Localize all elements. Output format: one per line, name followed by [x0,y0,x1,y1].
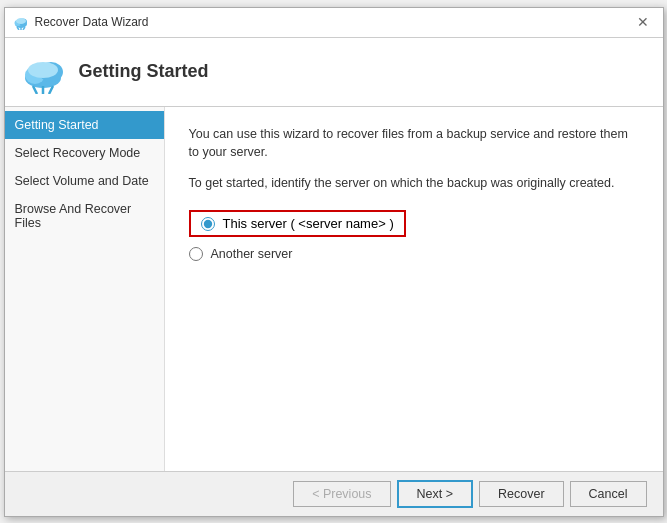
this-server-label: This server ( <server name> ) [223,216,394,231]
wizard-footer: < Previous Next > Recover Cancel [5,471,663,516]
another-server-option: Another server [189,247,639,261]
this-server-radio[interactable] [201,217,215,231]
cancel-button[interactable]: Cancel [570,481,647,507]
app-icon [13,14,29,30]
title-bar: Recover Data Wizard ✕ [5,8,663,38]
main-content: Getting Started Select Recovery Mode Sel… [5,107,663,471]
this-server-option: This server ( <server name> ) [189,210,406,237]
sidebar: Getting Started Select Recovery Mode Sel… [5,107,165,471]
another-server-radio[interactable] [189,247,203,261]
sidebar-item-select-recovery-mode[interactable]: Select Recovery Mode [5,139,164,167]
svg-point-7 [28,62,58,78]
recover-data-wizard: Recover Data Wizard ✕ Getting Started Ge… [4,7,664,517]
content-area: You can use this wizard to recover files… [165,107,663,471]
window-title: Recover Data Wizard [35,15,149,29]
recover-button[interactable]: Recover [479,481,564,507]
description-text: You can use this wizard to recover files… [189,125,639,163]
sidebar-item-browse-recover[interactable]: Browse And Recover Files [5,195,164,237]
title-bar-left: Recover Data Wizard [13,14,149,30]
close-button[interactable]: ✕ [631,12,655,32]
wizard-header: Getting Started [5,38,663,107]
header-icon [21,50,65,94]
instruction-text: To get started, identify the server on w… [189,176,639,190]
another-server-label: Another server [211,247,293,261]
server-selection-group: This server ( <server name> ) Another se… [189,210,639,261]
next-button[interactable]: Next > [397,480,473,508]
previous-button[interactable]: < Previous [293,481,390,507]
sidebar-item-getting-started[interactable]: Getting Started [5,111,164,139]
sidebar-item-select-volume-date[interactable]: Select Volume and Date [5,167,164,195]
wizard-title: Getting Started [79,61,209,82]
svg-point-3 [16,18,26,24]
